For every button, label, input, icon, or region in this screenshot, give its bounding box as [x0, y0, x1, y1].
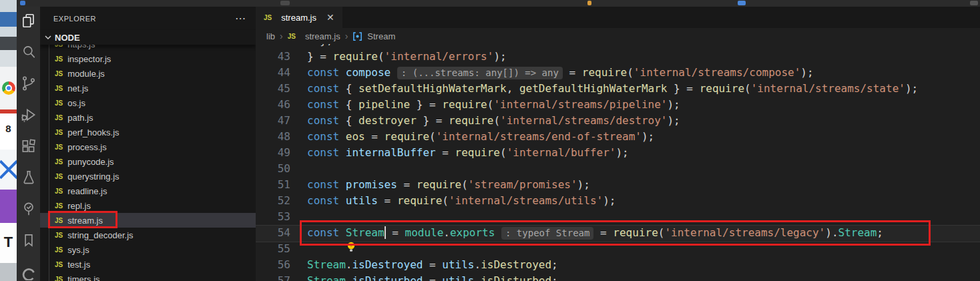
js-file-icon: JS [55, 202, 63, 210]
js-file-icon: JS [55, 261, 63, 268]
code-line-44[interactable]: 44const compose : (...streams: any[]) =>… [256, 65, 980, 81]
search-icon[interactable] [20, 43, 37, 61]
js-file-icon: JS [55, 217, 63, 224]
js-file-icon: JS [55, 70, 63, 77]
partial-letter-icon[interactable] [20, 263, 37, 280]
code-line-57[interactable]: 57Stream.isDisturbed = utils.isDisturbed… [256, 273, 980, 281]
breadcrumb-symbol[interactable]: Stream [367, 31, 395, 41]
file-label: perf_hooks.js [67, 127, 119, 137]
code-line-42[interactable]: 42 }, [256, 44, 980, 49]
code-line-47[interactable]: 47const { destroyer } = require('interna… [256, 113, 980, 129]
sidebar-item-sys-js[interactable]: JSsys.js [40, 242, 256, 257]
explorer-icon[interactable] [20, 12, 37, 29]
js-file-icon: JS [55, 188, 63, 195]
chevron-down-icon [43, 32, 53, 43]
sidebar-item-punycode-js[interactable]: JSpunycode.js [40, 154, 256, 169]
line-number: 44 [256, 65, 290, 81]
breadcrumb-file[interactable]: stream.js [305, 31, 340, 41]
file-label: stream.js [67, 216, 103, 226]
file-label: timers.js [67, 274, 99, 281]
js-file-icon: JS [55, 276, 63, 281]
line-number: 52 [256, 193, 290, 209]
tab-stream-js[interactable]: JS stream.js ✕ [256, 7, 342, 28]
sidebar-item-module-js[interactable]: JSmodule.js [40, 66, 256, 81]
breadcrumb: lib › JS stream.js › Stream [256, 28, 980, 44]
inlay-hint: : typeof Stream [501, 227, 593, 240]
top-edge-fragment [738, 1, 746, 5]
source-control-icon[interactable] [20, 75, 37, 92]
code-area[interactable]: 42 },43} = require('internal/errors');44… [256, 44, 980, 281]
line-number: 54 [256, 225, 290, 241]
breadcrumb-separator: › [345, 31, 348, 41]
js-file-icon: JS [55, 232, 63, 239]
blue-x-icon [0, 150, 17, 190]
tree-check-icon[interactable] [20, 200, 37, 218]
breadcrumb-lib[interactable]: lib [266, 31, 275, 41]
sidebar-item-test-js[interactable]: JStest.js [40, 257, 256, 272]
section-header-node[interactable]: NODE [40, 30, 256, 45]
run-debug-icon[interactable] [20, 106, 37, 123]
line-content: const promises = require('stream/promise… [290, 177, 590, 193]
line-content: }, [290, 44, 333, 49]
line-content: Stream.isDisturbed = utils.isDisturbed; [290, 273, 558, 281]
line-number: 43 [256, 49, 290, 65]
file-label: sys.js [67, 245, 89, 255]
file-list: JShttps.jsJSinspector.jsJSmodule.jsJSnet… [40, 37, 256, 281]
code-line-46[interactable]: 46const { pipeline } = require('internal… [256, 97, 980, 113]
line-content: } = require('internal/errors'); [290, 49, 507, 65]
sidebar-item-net-js[interactable]: JSnet.js [40, 81, 256, 95]
sidebar-item-inspector-js[interactable]: JSinspector.js [40, 51, 256, 66]
beaker-icon[interactable] [20, 169, 37, 186]
line-number: 51 [256, 177, 290, 193]
code-line-45[interactable]: 45const { setDefaultHighWaterMark, getDe… [256, 81, 980, 97]
sidebar-item-os-js[interactable]: JSos.js [40, 95, 256, 110]
sidebar-item-process-js[interactable]: JSprocess.js [40, 139, 256, 154]
vscode-window: 8 T [0, 0, 980, 281]
bookmark-icon[interactable] [20, 232, 37, 249]
code-line-55[interactable]: 55 [256, 241, 980, 257]
sidebar-item-string_decoder-js[interactable]: JSstring_decoder.js [40, 228, 256, 242]
tab-bar: JS stream.js ✕ [256, 7, 980, 28]
line-number: 57 [256, 273, 290, 281]
code-line-49[interactable]: 49const internalBuffer = require('intern… [256, 145, 980, 161]
more-actions-icon[interactable]: ⋯ [235, 12, 246, 25]
line-number: 49 [256, 145, 290, 161]
close-icon[interactable]: ✕ [326, 12, 334, 23]
line-number: 48 [256, 129, 290, 145]
sidebar-item-repl-js[interactable]: JSrepl.js [40, 198, 256, 213]
file-label: querystring.js [67, 172, 119, 182]
top-edge-fragment [280, 1, 290, 5]
code-line-54[interactable]: 54const Stream = module.exports : typeof… [256, 225, 980, 241]
line-content: const { setDefaultHighWaterMark, getDefa… [290, 81, 918, 97]
sidebar-item-timers-js[interactable]: JStimers.js [40, 272, 256, 281]
line-number: 55 [256, 241, 290, 257]
file-label: inspector.js [67, 54, 111, 64]
js-file-icon: JS [55, 144, 63, 151]
sidebar-item-readline-js[interactable]: JSreadline.js [40, 184, 256, 198]
code-line-53[interactable]: 53 [256, 209, 980, 225]
code-line-51[interactable]: 51const promises = require('stream/promi… [256, 177, 980, 193]
code-line-52[interactable]: 52const utils = require('internal/stream… [256, 193, 980, 209]
file-label: module.js [67, 69, 105, 79]
js-file-icon: JS [55, 85, 63, 92]
sidebar-item-querystring-js[interactable]: JSquerystring.js [40, 169, 256, 184]
line-number: 47 [256, 113, 290, 129]
js-file-icon: JS [55, 99, 63, 107]
code-line-43[interactable]: 43} = require('internal/errors'); [256, 49, 980, 65]
code-lines: 42 },43} = require('internal/errors');44… [256, 44, 980, 281]
sidebar-item-stream-js[interactable]: JSstream.js [40, 213, 256, 228]
inlay-hint: : (...streams: any[]) => any [397, 67, 563, 79]
breadcrumb-separator: › [280, 31, 283, 41]
tab-label: stream.js [281, 13, 316, 23]
sidebar-item-path-js[interactable]: JSpath.js [40, 110, 256, 125]
sidebar-item-perf_hooks-js[interactable]: JSperf_hooks.js [40, 125, 256, 139]
line-content [290, 161, 307, 177]
code-line-56[interactable]: 56Stream.isDestroyed = utils.isDestroyed… [256, 257, 980, 273]
code-line-48[interactable]: 48const eos = require('internal/streams/… [256, 129, 980, 145]
line-content: const Stream = module.exports : typeof S… [290, 225, 883, 241]
section-title: NODE [55, 33, 80, 43]
line-content: const internalBuffer = require('internal… [290, 145, 629, 161]
extensions-icon[interactable] [20, 137, 37, 155]
line-number: 56 [256, 257, 290, 273]
code-line-50[interactable]: 50 [256, 161, 980, 177]
